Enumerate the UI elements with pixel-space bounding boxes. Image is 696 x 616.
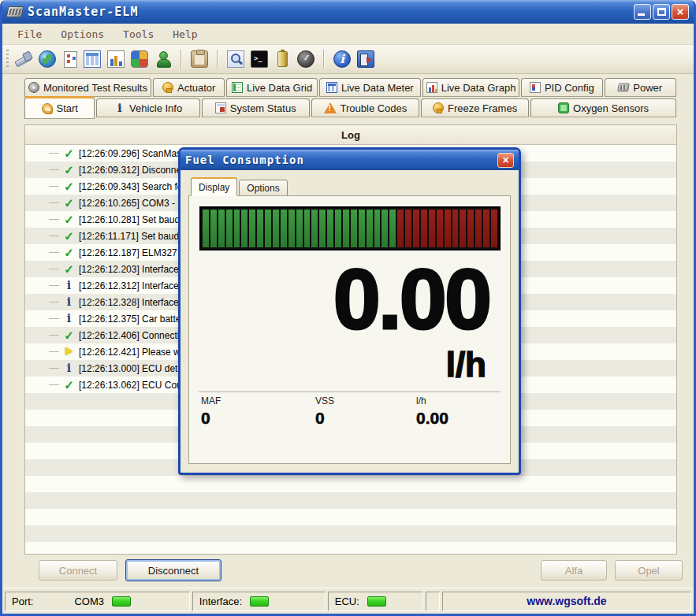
ecu-label: ECU: (335, 596, 359, 607)
menu-item-help[interactable]: Help (164, 26, 206, 43)
clipboard-icon[interactable] (191, 50, 208, 68)
gauge-segment-red (405, 210, 411, 247)
connect-icon[interactable] (15, 50, 32, 68)
search-icon[interactable] (227, 50, 244, 68)
log-empty-row (25, 542, 676, 555)
interface-led-icon (250, 596, 269, 607)
connect-button[interactable]: Connect (39, 560, 117, 581)
tab-start[interactable]: Start (24, 96, 95, 119)
windows-icon[interactable] (131, 50, 148, 68)
gauge-icon[interactable] (297, 50, 315, 68)
log-empty-row (25, 476, 676, 492)
dialog-body: DisplayOptions 0.00 l/h MAF0VSS0l/h0.00 (181, 170, 519, 464)
disconnect-button[interactable]: Disconnect (125, 559, 221, 581)
tree-connector (49, 335, 59, 336)
terminal-icon[interactable] (251, 50, 268, 68)
gauge-segment-green (381, 210, 388, 247)
minimize-button[interactable] (634, 4, 651, 20)
trouble-icon (324, 102, 337, 113)
dialog-tab-display[interactable]: Display (191, 177, 237, 196)
gauge-segment-red (483, 210, 489, 247)
grid-icon[interactable] (84, 50, 101, 68)
tab-live-data-meter[interactable]: Live Data Meter (319, 78, 421, 97)
tree-connector (49, 318, 59, 319)
toolbar (2, 45, 694, 74)
alfa-button[interactable]: Alfa (541, 560, 607, 581)
tab-label: Live Data Graph (441, 82, 516, 94)
gauge-segment-green (343, 210, 349, 247)
status-ecu-panel: ECU: (328, 592, 423, 611)
tab-freeze-frames[interactable]: Freeze Frames (421, 98, 529, 117)
tab-live-data-grid[interactable]: Live Data Grid (226, 78, 317, 97)
gauge-segment-green (257, 210, 263, 247)
user-icon[interactable] (154, 50, 172, 68)
check-icon: ✓ (61, 379, 76, 391)
port-label: Port: (12, 596, 33, 607)
gear-icon (28, 82, 39, 93)
port-led-icon (112, 596, 131, 607)
toolbar-separator (217, 50, 218, 69)
tab-oxygen-sensors[interactable]: Oxygen Sensors (530, 98, 676, 117)
tab-label: Vehicle Info (129, 102, 182, 114)
gauge-segment-green (367, 210, 373, 247)
battery-icon[interactable] (277, 51, 288, 67)
tree-connector (49, 202, 59, 203)
info-icon: i (61, 280, 76, 291)
dialog-title-bar[interactable]: Fuel Consumption × (181, 150, 519, 170)
gauge-segment-green (374, 210, 381, 247)
tab-label: Power (633, 82, 662, 94)
dialog-close-button[interactable]: × (497, 153, 514, 168)
actuator-icon (162, 82, 173, 93)
toolbar-separator (323, 50, 325, 69)
tab-monitored-test-results[interactable]: Monitored Test Results (24, 78, 151, 97)
tab-power[interactable]: Power (605, 78, 676, 97)
website-link[interactable]: www.wgsoft.de (442, 592, 691, 611)
exit-icon[interactable] (357, 50, 374, 68)
menu-item-tools[interactable]: Tools (114, 26, 162, 43)
window-title: ScanMaster-ELM (28, 5, 138, 19)
log-entry-text: [12:26:11.171] Set baudr. (79, 231, 184, 242)
gauge-segment-green (203, 210, 209, 247)
fuel-consumption-dialog: Fuel Consumption × DisplayOptions 0.00 l… (178, 147, 521, 475)
dialog-tab-options[interactable]: Options (239, 180, 287, 196)
maximize-button[interactable] (653, 4, 670, 20)
minimize-icon (638, 13, 645, 16)
globe-icon[interactable] (39, 50, 56, 68)
toolbar-icons (15, 50, 374, 69)
gauge-segment-green (273, 210, 279, 247)
gauge-segment-red (437, 210, 443, 247)
toolbar-separator (181, 50, 182, 69)
tree-connector (49, 252, 59, 253)
close-button[interactable]: × (672, 4, 689, 20)
menu-item-file[interactable]: File (9, 26, 50, 43)
gauge-segment-green (288, 210, 295, 247)
tab-vehicle-info[interactable]: Vehicle Info (96, 98, 199, 117)
log-empty-row (25, 525, 676, 542)
freeze-icon (433, 102, 444, 113)
dialog-title: Fuel Consumption (185, 154, 304, 166)
menu-item-options[interactable]: Options (52, 26, 113, 43)
gauge-segment-green (389, 210, 396, 247)
stat-value: 0.00 (416, 409, 448, 428)
status-bar: Port: COM3 Interface: ECU: www.wgsoft.de (2, 588, 694, 614)
tab-trouble-codes[interactable]: Trouble Codes (311, 98, 419, 117)
log-entry-text: [12:26:12.328] Interface (79, 297, 179, 308)
log-entry-text: [12:26:12.375] Car batter (79, 314, 184, 325)
opel-button[interactable]: Opel (615, 560, 683, 581)
tab-pid-config[interactable]: PID Config (521, 78, 602, 97)
gauge-segment-green (234, 210, 240, 247)
sysstatus-icon (215, 102, 226, 113)
document-icon[interactable] (64, 51, 77, 68)
toolbar-grip[interactable] (6, 50, 9, 69)
chart-icon[interactable] (107, 50, 125, 68)
stat-label: l/h (416, 395, 448, 406)
gauge-segment-green (249, 210, 255, 247)
pid-icon (530, 82, 541, 93)
tab-live-data-graph[interactable]: Live Data Graph (422, 78, 519, 97)
tab-actuator[interactable]: Actuator (153, 78, 225, 97)
tree-connector (49, 153, 59, 154)
tree-connector (49, 169, 59, 170)
gauge-segment-green (335, 210, 341, 247)
info-icon[interactable] (333, 50, 351, 68)
tab-system-status[interactable]: System Status (202, 98, 310, 117)
